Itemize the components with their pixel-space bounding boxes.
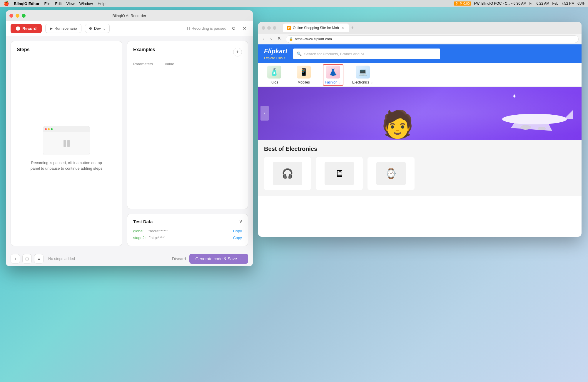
flipkart-content: Flipkart Explore Plus ✦ 🔍 Search for Pro…: [258, 44, 582, 237]
best-of-electronics-section: Best of Electronics 🎧 🖥 ⌚: [258, 140, 582, 196]
earbuds-image: 🎧: [273, 162, 302, 185]
new-tab-button[interactable]: +: [349, 25, 356, 31]
boe-title: Best of Electronics: [264, 146, 576, 152]
svg-marker-1: [511, 119, 552, 131]
testdata-value-global: "secret:****": [148, 229, 168, 233]
no-steps-label: No steps added: [48, 256, 75, 261]
examples-columns: Parameters Value: [133, 62, 242, 66]
testdata-key-stage2: stage2:: [133, 236, 146, 240]
copy-stage2-button[interactable]: Copy: [233, 236, 242, 240]
pause-icon-large: [64, 140, 70, 147]
list-view-button[interactable]: ≡: [34, 254, 44, 263]
category-nav: 🧴 Kilos 📱 Mobiles 👗 Fashion ⌄ 💻: [258, 63, 582, 87]
menu-view[interactable]: View: [66, 1, 75, 6]
browser-close-dot: [262, 26, 265, 30]
window-minimize-button[interactable]: [16, 14, 19, 18]
copy-global-button[interactable]: Copy: [233, 229, 242, 233]
refresh-button[interactable]: ↻: [230, 24, 237, 33]
add-example-button[interactable]: +: [233, 48, 242, 56]
add-step-button[interactable]: +: [11, 254, 20, 263]
right-panel: Examples + Parameters Value Test Data v …: [127, 41, 248, 246]
fashion-icon: 👗: [326, 66, 340, 79]
paused-preview: [43, 126, 90, 155]
run-scenario-button[interactable]: ▶ Run scenario: [45, 24, 81, 33]
preview-dot-green: [51, 128, 53, 130]
mobiles-icon: 📱: [297, 66, 311, 79]
browser-min-dot: [267, 26, 271, 30]
browser-window: F Online Shopping Site for Mob ✕ + ‹ › ↻…: [258, 22, 582, 237]
pause-icon: [187, 27, 190, 30]
url-text: https://www.flipkart.com: [295, 37, 332, 41]
mobiles-label: Mobiles: [298, 80, 310, 84]
svg-point-4: [538, 127, 546, 130]
menu-window[interactable]: Window: [79, 1, 93, 6]
window-maximize-button[interactable]: [22, 14, 26, 18]
steps-title: Steps: [17, 47, 116, 52]
address-bar[interactable]: 🔒 https://www.flipkart.com: [286, 35, 579, 43]
search-placeholder: Search for Products, Brands and M: [304, 52, 364, 56]
testdata-title: Test Data: [133, 219, 153, 224]
product-watch[interactable]: ⌚: [368, 157, 415, 190]
generate-save-button[interactable]: Generate code & Save →: [189, 254, 248, 264]
bottom-right-buttons: Discard Generate code & Save →: [172, 254, 248, 264]
dev-button[interactable]: ⚙ Dev ⌄: [85, 24, 110, 33]
category-fashion[interactable]: 👗 Fashion ⌄: [323, 64, 343, 86]
kilos-label: Kilos: [270, 80, 278, 84]
discard-button[interactable]: Discard: [172, 256, 186, 261]
preview-titlebar: [43, 126, 90, 132]
category-mobiles[interactable]: 📱 Mobiles: [293, 66, 314, 84]
refresh-nav-button[interactable]: ↻: [276, 35, 283, 43]
menu-edit[interactable]: Edit: [55, 1, 61, 6]
day-label: Fri: [529, 1, 534, 6]
tab-favicon: F: [287, 26, 291, 30]
menu-file[interactable]: File: [44, 1, 50, 6]
person-figure: 🧑: [381, 109, 414, 140]
browser-titlebar: F Online Shopping Site for Mob ✕ +: [258, 22, 582, 34]
monitor-image: 🖥: [325, 162, 354, 185]
date-label: Feb: [552, 1, 559, 6]
preview-content: [43, 132, 90, 155]
category-electronics[interactable]: 💻 Electronics ⌄: [352, 66, 373, 84]
examples-panel: Examples + Parameters Value: [127, 41, 248, 209]
product-earbuds[interactable]: 🎧: [264, 157, 311, 190]
browser-window-controls: [262, 26, 276, 30]
steps-empty-state: Recording is paused, click a button on t…: [17, 57, 116, 240]
svg-marker-2: [564, 110, 573, 119]
electronics-label: Electronics ⌄: [352, 80, 373, 84]
recording-status: Recording is paused: [187, 26, 226, 31]
menubar: 🍎 BlinqIO Editor File Edit View Window H…: [0, 0, 588, 7]
tab-title: Online Shopping Site for Mob: [293, 26, 339, 30]
forward-button[interactable]: ›: [268, 35, 273, 43]
grid-view-button[interactable]: ⊞: [22, 254, 32, 263]
paused-message: Recording is paused, click a button on t…: [28, 160, 105, 171]
apple-icon[interactable]: 🍎: [4, 1, 9, 6]
browser-max-dot: [273, 26, 276, 30]
clock-label: 7:52 PM: [561, 1, 574, 6]
airplane-svg: [485, 93, 573, 134]
browser-tab-bar: F Online Shopping Site for Mob ✕ +: [283, 24, 578, 32]
banner-prev-button[interactable]: ‹: [260, 106, 269, 121]
browser-tab-active[interactable]: F Online Shopping Site for Mob ✕: [283, 24, 349, 32]
testdata-key-global: global:: [133, 229, 144, 233]
recorder-toolbar: Record ▶ Run scenario ⚙ Dev ⌄ Recording …: [6, 21, 253, 36]
tab-close-button[interactable]: ✕: [341, 26, 345, 30]
steps-panel: Steps Recording is paused, c: [11, 41, 122, 246]
flipkart-search-bar[interactable]: 🔍 Search for Products, Brands and M: [293, 49, 440, 59]
testdata-collapse-button[interactable]: v: [240, 219, 242, 224]
back-button[interactable]: ‹: [261, 35, 266, 43]
testdata-header: Test Data v: [133, 219, 242, 224]
mic-badge: 🎙 🎙 0:00: [454, 1, 471, 6]
kilos-icon: 🧴: [267, 66, 281, 79]
fashion-label: Fashion ⌄: [325, 80, 341, 84]
window-close-button[interactable]: [9, 14, 13, 18]
parameters-column-header: Parameters: [133, 62, 153, 66]
watch-image: ⌚: [376, 162, 406, 185]
menu-help[interactable]: Help: [98, 1, 106, 6]
record-button[interactable]: Record: [11, 24, 42, 33]
svg-point-3: [520, 125, 531, 130]
close-panel-button[interactable]: ✕: [241, 24, 248, 33]
category-kilos[interactable]: 🧴 Kilos: [264, 66, 285, 84]
product-monitor[interactable]: 🖥: [316, 157, 363, 190]
preview-dot-yellow: [48, 128, 50, 130]
testdata-value-stage2: "http:****": [149, 236, 165, 240]
